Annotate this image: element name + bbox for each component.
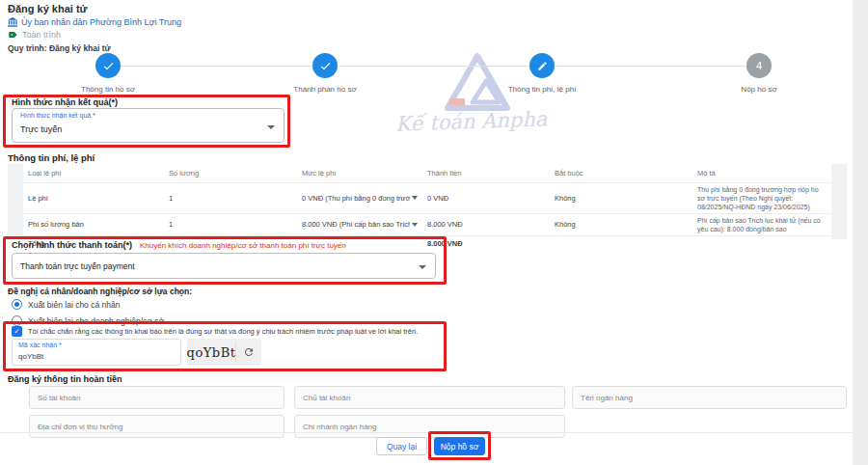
fee-table-panel: Loại lệ phí Số lượng Mức lệ phí Thành ti… bbox=[8, 164, 847, 239]
result-section-heading: Hình thức nhận kết quả(*) bbox=[12, 97, 118, 107]
receipt-option-label: Xuất biên lai cho doanh nghiệp/cơ sở bbox=[28, 316, 164, 326]
account-number-field[interactable] bbox=[29, 386, 285, 409]
payment-select-value: Thanh toán trực tuyến payment bbox=[20, 254, 135, 279]
page-title: Đăng ký khai tử bbox=[8, 3, 181, 14]
header: Đăng ký khai tử Ủy ban nhân dân Phường B… bbox=[8, 3, 181, 53]
result-select-label: Hình thức nhận kết quả * bbox=[20, 112, 95, 119]
step-1-circle bbox=[95, 53, 121, 78]
fee-type-cell: Phí số lượng bản bbox=[23, 213, 164, 235]
process-label: Quy trình: Đăng ký khai tử bbox=[8, 43, 181, 53]
payment-note: Khuyến khích doanh nghiệp/cơ sở thanh to… bbox=[140, 241, 346, 250]
check-icon bbox=[319, 60, 332, 72]
total-amount: 8.000 VNĐ bbox=[422, 235, 550, 251]
bank-branch-field[interactable] bbox=[294, 415, 565, 438]
chevron-down-icon[interactable] bbox=[412, 196, 418, 200]
fee-qty-cell: 1 bbox=[164, 213, 297, 235]
chevron-down-icon bbox=[419, 265, 426, 269]
confirm-checkbox-label: Tôi chắc chắn rằng các thông tin khai bá… bbox=[28, 327, 418, 336]
stepper-connector bbox=[108, 66, 759, 67]
account-holder-field[interactable] bbox=[294, 386, 565, 409]
fee-row: Phí số lượng bản 1 8.000 VNĐ (Phí cấp bả… bbox=[23, 213, 831, 235]
result-method-select[interactable]: Hình thức nhận kết quả * Trực tuyến bbox=[12, 108, 285, 143]
fee-header-row: Loại lệ phí Số lượng Mức lệ phí Thành ti… bbox=[23, 164, 831, 182]
fee-row: Lệ phí 1 0 VNĐ (Thu phí bằng 0 đồng trườ… bbox=[23, 182, 831, 213]
radio-selected-icon[interactable] bbox=[12, 299, 22, 310]
fee-rate-cell: 8.000 VNĐ (Phí cấp bản sao Trích lục kha… bbox=[297, 213, 422, 235]
fee-section-heading: Thông tin phí, lệ phí bbox=[8, 152, 95, 163]
step-4-circle: 4 bbox=[746, 53, 772, 78]
fee-amount-cell: 8.000 VNĐ bbox=[422, 213, 550, 235]
col-header-quantity: Số lượng bbox=[164, 164, 297, 182]
result-select-value: Trực tuyến bbox=[20, 124, 62, 134]
step-4-number: 4 bbox=[756, 60, 762, 71]
refund-section-heading: Đăng ký thông tin hoàn tiền bbox=[8, 374, 122, 384]
bank-name-field[interactable] bbox=[572, 386, 847, 409]
radio-unselected-icon[interactable] bbox=[12, 315, 22, 326]
receipt-section-heading: Đề nghị cá nhân/doanh nghiệp/cơ sở lựa c… bbox=[8, 287, 192, 296]
col-header-description: Mô tả bbox=[692, 164, 831, 182]
submit-button[interactable]: Nộp hồ sơ bbox=[434, 437, 485, 455]
chevron-down-icon bbox=[267, 125, 275, 129]
step-1-label: Thông tin hồ sơ bbox=[31, 85, 185, 94]
page-gutter bbox=[853, 0, 868, 465]
fee-type-cell: Lệ phí bbox=[23, 182, 164, 213]
payment-method-select[interactable]: Thanh toán trực tuyến payment bbox=[12, 253, 436, 279]
agency-name: Ủy ban nhân dân Phường Bình Lợi Trung bbox=[21, 17, 181, 27]
fee-amount-cell: 0 VNĐ bbox=[422, 182, 550, 213]
check-icon bbox=[102, 60, 115, 72]
chevron-down-icon[interactable] bbox=[412, 223, 418, 227]
pencil-icon bbox=[537, 61, 548, 71]
agency-link[interactable]: Ủy ban nhân dân Phường Bình Lợi Trung bbox=[8, 17, 181, 27]
checkbox-checked-icon[interactable]: ✓ bbox=[12, 326, 22, 337]
col-header-required: Bắt buộc bbox=[550, 164, 692, 182]
service-level-tag-icon bbox=[8, 30, 18, 40]
fee-qty-cell: 1 bbox=[164, 182, 297, 213]
col-header-fee-type: Loại lệ phí bbox=[23, 164, 164, 182]
step-2-label: Thành phần hồ sơ bbox=[248, 85, 402, 94]
captcha-input-value: qoYbBt bbox=[18, 352, 43, 361]
service-level-label: Toàn trình bbox=[22, 30, 61, 40]
col-header-rate: Mức lệ phí bbox=[297, 164, 422, 182]
watermark-text: Kế toán Anpha bbox=[395, 107, 548, 135]
fee-required-cell: Không bbox=[550, 182, 692, 213]
step-3-label: Thông tin phí, lệ phí bbox=[465, 85, 619, 94]
beneficiary-address-field[interactable] bbox=[29, 415, 285, 438]
captcha-code: qoYbBt bbox=[187, 339, 235, 366]
step-2-circle bbox=[312, 53, 338, 78]
page: Kế toán Anpha Đăng ký khai tử Ủy ban nhâ… bbox=[0, 0, 868, 465]
step-4-label: Nộp hồ sơ bbox=[682, 85, 836, 94]
footer-divider bbox=[0, 432, 853, 433]
col-header-amount: Thành tiền bbox=[422, 164, 550, 182]
step-3-circle bbox=[529, 53, 555, 78]
fee-rate-select[interactable]: 8.000 VNĐ (Phí cấp bản sao Trích lục kha… bbox=[302, 220, 410, 229]
captcha-input-label: Mã xác nhận * bbox=[18, 342, 62, 348]
fee-desc-cell: Phí cấp bản sao Trích lục khai tử (nếu c… bbox=[692, 213, 831, 235]
fee-rate-cell: 0 VNĐ (Thu phí bằng 0 đồng trường hợp nộ… bbox=[297, 182, 422, 213]
back-button[interactable]: Quay lại bbox=[376, 437, 427, 455]
government-building-icon bbox=[8, 17, 17, 27]
fee-table: Loại lệ phí Số lượng Mức lệ phí Thành ti… bbox=[23, 164, 831, 251]
payment-section-heading: Chọn hình thức thanh toán(*) bbox=[12, 240, 132, 250]
receipt-option-personal[interactable]: Xuất biên lai cho cá nhân bbox=[12, 299, 120, 310]
confirm-checkbox-row[interactable]: ✓ Tôi chắc chắn rằng các thông tin khai … bbox=[12, 326, 441, 337]
fee-rate-select[interactable]: 0 VNĐ (Thu phí bằng 0 đồng trường hợp nộ… bbox=[302, 194, 410, 203]
captcha-widget: qoYbBt bbox=[187, 339, 261, 366]
receipt-option-label: Xuất biên lai cho cá nhân bbox=[28, 300, 120, 310]
refresh-icon bbox=[243, 346, 255, 358]
receipt-option-business[interactable]: Xuất biên lai cho doanh nghiệp/cơ sở bbox=[12, 315, 164, 326]
triangle-logo-icon bbox=[444, 52, 511, 112]
captcha-input[interactable]: Mã xác nhận * qoYbBt bbox=[12, 339, 181, 366]
fee-desc-cell: Thu phí bằng 0 đồng trường hợp nộp hồ sơ… bbox=[692, 182, 831, 213]
service-level: Toàn trình bbox=[8, 30, 181, 40]
payment-section-heading-row: Chọn hình thức thanh toán(*) Khuyến khíc… bbox=[12, 240, 346, 250]
refresh-captcha-button[interactable] bbox=[236, 339, 261, 366]
fee-required-cell: Không bbox=[550, 213, 692, 235]
